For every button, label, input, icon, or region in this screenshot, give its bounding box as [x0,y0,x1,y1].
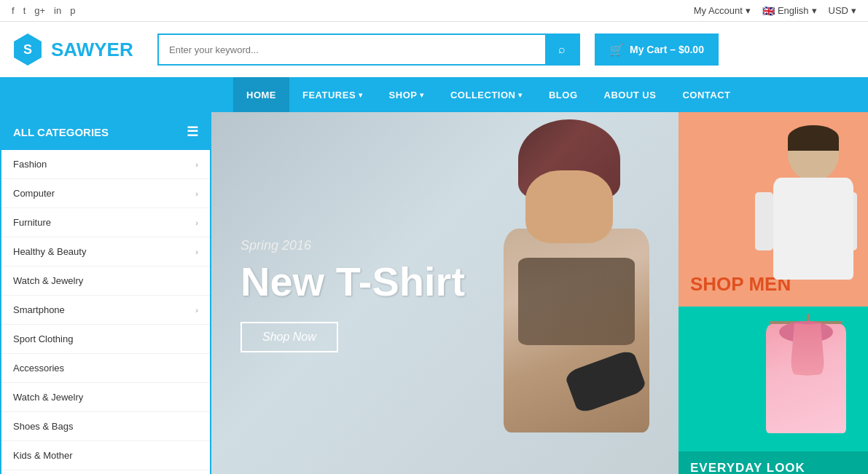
chevron-right-icon: › [195,306,198,315]
pinterest-icon[interactable]: p [70,5,75,16]
slider-title: New T-Shirt [241,259,465,304]
shop-now-label: Shop Now [262,331,316,343]
logo-letter: S [23,42,32,58]
nav-item-shop[interactable]: SHOP ▾ [376,77,437,112]
header: S SAWYER ⌕ 🛒 My Cart – $0.00 [0,22,868,77]
search-input[interactable] [159,35,545,64]
banner-2-text: EVERYDAY LOOKFROM ASCANI [679,451,868,474]
nav-label-features: FEATURES [302,90,356,100]
nav-label-blog: BLOG [549,90,578,100]
linkedin-icon[interactable]: in [54,5,61,16]
cart-label: My Cart – $0.00 [630,44,704,55]
main-wrapper: ALL CATEGORIES ☰ Fashion › Computer › Fu… [0,112,868,474]
sidebar-item-kids-mother[interactable]: Kids & Mother › [1,441,210,470]
nav-label-shop: SHOP [389,90,418,100]
facebook-icon[interactable]: f [12,5,15,16]
sidebar-item-fashion[interactable]: Fashion › [1,150,210,179]
language-chevron-icon: ▾ [812,5,817,16]
nav-label-collection: COLLECTION [450,90,516,100]
sidebar-item-label: Smartphone [13,304,65,315]
currency-selector[interactable]: USD ▾ [829,5,856,16]
nav-item-contact[interactable]: CONTACT [669,77,743,112]
nav-chevron-collection: ▾ [518,91,523,99]
sidebar-item-label: Computer [13,188,55,199]
top-bar-right: My Account ▾ 🇬🇧 English ▾ USD ▾ [694,5,856,17]
logo-text-part1: SAW [51,39,94,60]
nav-chevron-features: ▾ [359,91,363,99]
banner-everyday-look[interactable]: EVERYDAY LOOKFROM ASCANI [679,307,868,474]
nav-label-home: HOME [246,90,276,100]
sidebar-item-label: Kids & Mother [13,450,73,461]
cart-button[interactable]: 🛒 My Cart – $0.00 [595,33,719,66]
cart-icon: 🛒 [609,43,624,57]
sidebar-item-kitchen[interactable]: Kitchen › [1,470,210,474]
banner-jacket-image [759,314,853,465]
sidebar-item-furniture[interactable]: Furniture › [1,208,210,237]
slider-text-block: Spring 2016 New T-Shirt Shop Now [241,238,465,352]
sidebar: ALL CATEGORIES ☰ Fashion › Computer › Fu… [0,112,211,474]
nav-item-features[interactable]: FEATURES ▾ [289,77,376,112]
sidebar-item-label: Furniture [13,217,51,228]
banner-shop-men[interactable]: SHOP MEN [679,112,868,307]
flag-icon: 🇬🇧 [762,5,775,17]
side-banners: SHOP MEN [679,112,868,474]
content-area: Spring 2016 New T-Shirt Shop Now [211,112,868,474]
chevron-right-icon: › [195,218,198,227]
nav-label-about: ABOUT US [604,90,657,100]
sidebar-item-label: Watch & Jewelry [13,392,83,403]
nav-item-about[interactable]: ABOUT US [591,77,670,112]
sidebar-item-label: Accessories [13,363,64,374]
sidebar-item-healthy-beauty[interactable]: Healthy & Beauty › [1,237,210,266]
account-chevron-icon: ▾ [746,5,751,16]
nav-chevron-shop: ▾ [420,91,424,99]
sidebar-item-label: Fashion [13,159,47,170]
account-label: My Account [694,5,743,16]
nav-item-collection[interactable]: COLLECTION ▾ [437,77,536,112]
sidebar-item-watch-jewelry[interactable]: Watch & Jewelry › [1,266,210,296]
nav-label-contact: CONTACT [682,90,730,100]
logo-text: SAWYER [51,39,133,61]
search-bar: ⌕ [157,33,580,66]
logo[interactable]: S SAWYER [12,33,143,66]
sidebar-item-label: Watch & Jewelry [13,275,83,286]
nav-bar: HOME FEATURES ▾ SHOP ▾ COLLECTION ▾ BLOG… [0,77,868,112]
googleplus-icon[interactable]: g+ [34,5,45,16]
social-links: f t g+ in p [12,5,75,16]
shop-now-button[interactable]: Shop Now [241,322,338,352]
sidebar-title: ALL CATEGORIES [13,126,109,138]
sidebar-item-label: Shoes & Bags [13,421,73,432]
sidebar-item-watch-jewelry-2[interactable]: Watch & Jewelry › [1,383,210,412]
hamburger-icon[interactable]: ☰ [187,124,198,140]
twitter-icon[interactable]: t [23,5,26,16]
logo-icon: S [12,33,44,66]
nav-item-home[interactable]: HOME [233,77,289,112]
sidebar-item-label: Sport Clothing [13,333,73,344]
language-selector[interactable]: 🇬🇧 English ▾ [762,5,817,17]
hero-slider[interactable]: Spring 2016 New T-Shirt Shop Now [211,112,679,474]
sidebar-item-shoes-bags[interactable]: Shoes & Bags › [1,412,210,441]
sidebar-item-computer[interactable]: Computer › [1,179,210,208]
sidebar-item-smartphone[interactable]: Smartphone › [1,296,210,325]
search-icon: ⌕ [558,43,566,56]
currency-chevron-icon: ▾ [851,5,856,16]
sidebar-header: ALL CATEGORIES ☰ [1,114,210,150]
sidebar-item-accessories[interactable]: Accessories › [1,354,210,383]
chevron-right-icon: › [195,189,198,198]
currency-label: USD [829,5,848,16]
language-label: English [778,5,809,16]
nav-item-blog[interactable]: BLOG [536,77,591,112]
top-bar: f t g+ in p My Account ▾ 🇬🇧 English ▾ US… [0,0,868,22]
my-account-button[interactable]: My Account ▾ [694,5,751,16]
chevron-right-icon: › [195,248,198,256]
banner-2-title: EVERYDAY LOOKFROM ASCANI [690,460,856,474]
sidebar-item-sport-clothing[interactable]: Sport Clothing › [1,325,210,354]
chevron-right-icon: › [195,160,198,169]
sidebar-item-label: Healthy & Beauty [13,246,86,257]
logo-text-part2: YER [94,39,133,60]
search-button[interactable]: ⌕ [545,35,579,64]
slider-subtitle: Spring 2016 [241,238,465,253]
